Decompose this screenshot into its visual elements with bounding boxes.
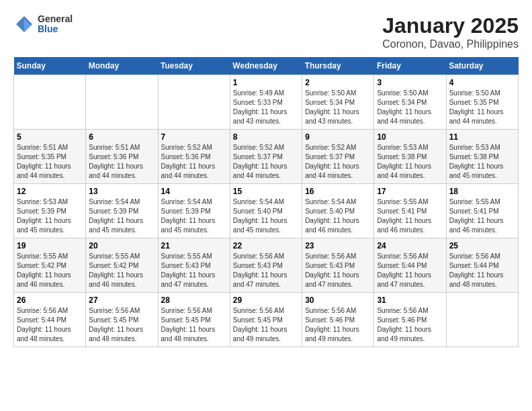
day-number: 30 — [305, 295, 371, 305]
day-info: Sunrise: 5:50 AMSunset: 5:34 PMDaylight:… — [305, 89, 371, 126]
day-info: Sunrise: 5:56 AMSunset: 5:45 PMDaylight:… — [233, 306, 299, 344]
logo-text: General Blue — [38, 14, 73, 35]
day-info: Sunrise: 5:54 AMSunset: 5:40 PMDaylight:… — [233, 197, 299, 235]
calendar-cell: 29Sunrise: 5:56 AMSunset: 5:45 PMDayligh… — [230, 293, 302, 347]
calendar-cell — [446, 293, 518, 347]
header-wednesday: Wednesday — [230, 57, 302, 75]
calendar-cell: 23Sunrise: 5:56 AMSunset: 5:43 PMDayligh… — [302, 238, 374, 293]
day-info: Sunrise: 5:52 AMSunset: 5:37 PMDaylight:… — [305, 143, 371, 181]
calendar-cell — [86, 75, 158, 130]
calendar-cell: 1Sunrise: 5:49 AMSunset: 5:33 PMDaylight… — [230, 75, 302, 130]
day-number: 21 — [161, 241, 227, 250]
day-info: Sunrise: 5:52 AMSunset: 5:36 PMDaylight:… — [161, 143, 227, 181]
day-number: 20 — [89, 241, 154, 250]
day-info: Sunrise: 5:56 AMSunset: 5:46 PMDaylight:… — [377, 306, 443, 344]
calendar-cell: 31Sunrise: 5:56 AMSunset: 5:46 PMDayligh… — [374, 293, 446, 347]
day-info: Sunrise: 5:54 AMSunset: 5:40 PMDaylight:… — [305, 197, 371, 235]
day-number: 16 — [305, 187, 371, 196]
day-info: Sunrise: 5:55 AMSunset: 5:41 PMDaylight:… — [377, 197, 443, 235]
day-number: 23 — [305, 241, 371, 250]
day-number: 31 — [377, 295, 443, 305]
header-saturday: Saturday — [446, 57, 518, 75]
calendar-week-5: 26Sunrise: 5:56 AMSunset: 5:44 PMDayligh… — [14, 293, 519, 347]
day-info: Sunrise: 5:56 AMSunset: 5:44 PMDaylight:… — [377, 252, 443, 289]
logo-blue: Blue — [38, 24, 73, 34]
calendar-cell: 11Sunrise: 5:53 AMSunset: 5:38 PMDayligh… — [446, 130, 518, 184]
day-info: Sunrise: 5:56 AMSunset: 5:44 PMDaylight:… — [17, 306, 83, 344]
day-info: Sunrise: 5:50 AMSunset: 5:34 PMDaylight:… — [377, 89, 443, 126]
calendar-cell: 5Sunrise: 5:51 AMSunset: 5:35 PMDaylight… — [14, 130, 86, 184]
day-number: 2 — [305, 78, 371, 87]
day-number: 22 — [233, 241, 299, 250]
day-info: Sunrise: 5:50 AMSunset: 5:35 PMDaylight:… — [449, 89, 515, 126]
day-number: 25 — [449, 241, 515, 250]
day-info: Sunrise: 5:54 AMSunset: 5:39 PMDaylight:… — [89, 197, 154, 235]
calendar-cell: 14Sunrise: 5:54 AMSunset: 5:39 PMDayligh… — [158, 184, 230, 238]
calendar-cell: 19Sunrise: 5:55 AMSunset: 5:42 PMDayligh… — [14, 238, 86, 293]
calendar-week-3: 12Sunrise: 5:53 AMSunset: 5:39 PMDayligh… — [14, 184, 519, 238]
header-tuesday: Tuesday — [158, 57, 230, 75]
day-number: 18 — [449, 187, 515, 196]
day-info: Sunrise: 5:53 AMSunset: 5:38 PMDaylight:… — [377, 143, 443, 181]
day-number: 17 — [377, 187, 443, 196]
calendar-cell — [158, 75, 230, 130]
title-block: January 2025 Coronon, Davao, Philippines — [382, 13, 519, 50]
calendar-cell: 24Sunrise: 5:56 AMSunset: 5:44 PMDayligh… — [374, 238, 446, 293]
calendar-cell: 27Sunrise: 5:56 AMSunset: 5:45 PMDayligh… — [86, 293, 158, 347]
day-number: 24 — [377, 241, 443, 250]
calendar-week-1: 1Sunrise: 5:49 AMSunset: 5:33 PMDaylight… — [14, 75, 519, 130]
calendar-cell: 20Sunrise: 5:55 AMSunset: 5:42 PMDayligh… — [86, 238, 158, 293]
header-friday: Friday — [374, 57, 446, 75]
calendar-week-2: 5Sunrise: 5:51 AMSunset: 5:35 PMDaylight… — [14, 130, 519, 184]
calendar-cell: 7Sunrise: 5:52 AMSunset: 5:36 PMDaylight… — [158, 130, 230, 184]
header-thursday: Thursday — [302, 57, 374, 75]
day-number: 26 — [17, 295, 83, 305]
day-info: Sunrise: 5:56 AMSunset: 5:43 PMDaylight:… — [233, 252, 299, 289]
day-info: Sunrise: 5:56 AMSunset: 5:46 PMDaylight:… — [305, 306, 371, 344]
day-number: 19 — [17, 241, 83, 250]
day-number: 7 — [161, 132, 227, 142]
day-info: Sunrise: 5:51 AMSunset: 5:35 PMDaylight:… — [17, 143, 83, 181]
calendar-cell: 18Sunrise: 5:55 AMSunset: 5:41 PMDayligh… — [446, 184, 518, 238]
logo-icon — [13, 13, 35, 35]
day-number: 15 — [233, 187, 299, 196]
calendar-table: SundayMondayTuesdayWednesdayThursdayFrid… — [13, 57, 519, 347]
calendar-cell: 6Sunrise: 5:51 AMSunset: 5:36 PMDaylight… — [86, 130, 158, 184]
calendar-cell: 4Sunrise: 5:50 AMSunset: 5:35 PMDaylight… — [446, 75, 518, 130]
day-info: Sunrise: 5:55 AMSunset: 5:41 PMDaylight:… — [449, 197, 515, 235]
day-number: 9 — [305, 132, 371, 142]
calendar-cell: 15Sunrise: 5:54 AMSunset: 5:40 PMDayligh… — [230, 184, 302, 238]
day-info: Sunrise: 5:55 AMSunset: 5:43 PMDaylight:… — [161, 252, 227, 289]
page-header: General Blue January 2025 Coronon, Davao… — [13, 13, 519, 50]
calendar-cell: 2Sunrise: 5:50 AMSunset: 5:34 PMDaylight… — [302, 75, 374, 130]
day-info: Sunrise: 5:49 AMSunset: 5:33 PMDaylight:… — [233, 89, 299, 126]
logo: General Blue — [13, 13, 73, 35]
calendar-header-row: SundayMondayTuesdayWednesdayThursdayFrid… — [14, 57, 519, 75]
calendar-cell: 25Sunrise: 5:56 AMSunset: 5:44 PMDayligh… — [446, 238, 518, 293]
header-monday: Monday — [86, 57, 158, 75]
calendar-cell: 26Sunrise: 5:56 AMSunset: 5:44 PMDayligh… — [14, 293, 86, 347]
calendar-cell: 8Sunrise: 5:52 AMSunset: 5:37 PMDaylight… — [230, 130, 302, 184]
calendar-cell: 9Sunrise: 5:52 AMSunset: 5:37 PMDaylight… — [302, 130, 374, 184]
page-subtitle: Coronon, Davao, Philippines — [382, 38, 519, 50]
day-number: 1 — [233, 78, 299, 87]
day-info: Sunrise: 5:52 AMSunset: 5:37 PMDaylight:… — [233, 143, 299, 181]
day-number: 6 — [89, 132, 154, 142]
day-info: Sunrise: 5:55 AMSunset: 5:42 PMDaylight:… — [17, 252, 83, 289]
day-info: Sunrise: 5:56 AMSunset: 5:43 PMDaylight:… — [305, 252, 371, 289]
day-info: Sunrise: 5:56 AMSunset: 5:44 PMDaylight:… — [449, 252, 515, 289]
day-number: 14 — [161, 187, 227, 196]
day-number: 11 — [449, 132, 515, 142]
calendar-cell — [14, 75, 86, 130]
logo-general: General — [38, 14, 73, 24]
calendar-week-4: 19Sunrise: 5:55 AMSunset: 5:42 PMDayligh… — [14, 238, 519, 293]
calendar-cell: 30Sunrise: 5:56 AMSunset: 5:46 PMDayligh… — [302, 293, 374, 347]
page-title: January 2025 — [382, 13, 519, 38]
calendar-cell: 10Sunrise: 5:53 AMSunset: 5:38 PMDayligh… — [374, 130, 446, 184]
calendar-cell: 3Sunrise: 5:50 AMSunset: 5:34 PMDaylight… — [374, 75, 446, 130]
day-info: Sunrise: 5:53 AMSunset: 5:39 PMDaylight:… — [17, 197, 83, 235]
day-info: Sunrise: 5:54 AMSunset: 5:39 PMDaylight:… — [161, 197, 227, 235]
day-number: 13 — [89, 187, 154, 196]
calendar-cell: 12Sunrise: 5:53 AMSunset: 5:39 PMDayligh… — [14, 184, 86, 238]
calendar-cell: 17Sunrise: 5:55 AMSunset: 5:41 PMDayligh… — [374, 184, 446, 238]
